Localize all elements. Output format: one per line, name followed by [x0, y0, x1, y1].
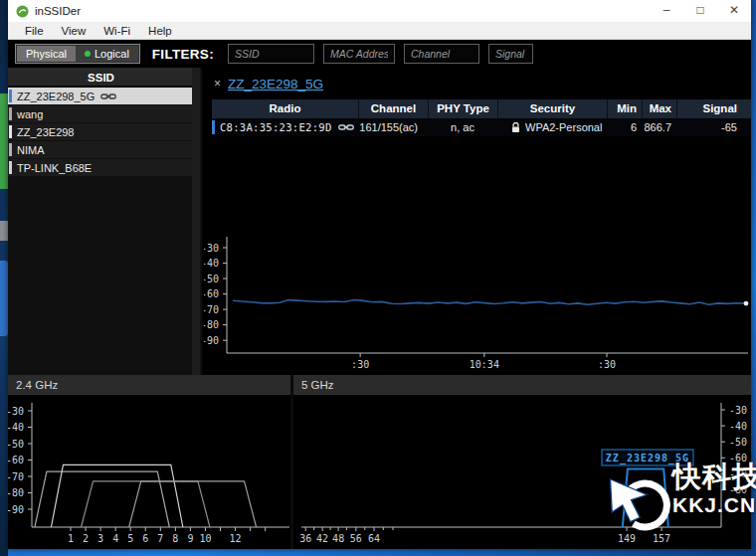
filter-bar: Physical Logical FILTERS:	[8, 40, 751, 68]
band-24ghz-panel: 2.4 GHz -30-40-50-60-70-80-9012345678910…	[8, 375, 293, 549]
svg-text:-50: -50	[729, 437, 747, 448]
desktop: { "window": { "title": "inSSIDer", "cont…	[0, 0, 756, 556]
svg-text:-90: -90	[8, 504, 24, 515]
menu-wifi[interactable]: Wi-Fi	[94, 25, 139, 37]
minimize-button[interactable]: –	[650, 0, 683, 22]
view-mode-toggle: Physical Logical	[15, 44, 140, 64]
svg-text:4: 4	[112, 533, 118, 544]
col-channel[interactable]: Channel	[358, 99, 428, 118]
ssid-name: TP-LINK_B68E	[17, 162, 92, 174]
tab-title[interactable]: ZZ_23E298_5G	[228, 77, 323, 92]
svg-text:42: 42	[316, 533, 328, 544]
svg-text:-80: -80	[8, 487, 24, 498]
svg-text:48: 48	[332, 533, 344, 544]
svg-text:12: 12	[230, 533, 242, 544]
filter-mac-input[interactable]	[323, 44, 395, 64]
link-icon	[338, 123, 354, 131]
window-title: inSSIDer	[35, 5, 650, 17]
physical-mode-button[interactable]: Physical	[17, 46, 76, 62]
svg-text:8: 8	[172, 533, 178, 544]
close-button[interactable]: ✕	[717, 0, 751, 22]
svg-text:-70: -70	[8, 471, 24, 482]
network-table: Radio Channel PHY Type Security Min Max …	[212, 99, 751, 136]
desktop-edge	[0, 0, 8, 556]
band-5ghz-header: 5 GHz	[293, 375, 751, 395]
radio-color-bar	[212, 120, 215, 134]
cell-channel: 161/155(ac)	[358, 121, 428, 133]
col-phy[interactable]: PHY Type	[428, 99, 497, 118]
svg-text:-30: -30	[8, 406, 24, 417]
col-radio[interactable]: Radio	[212, 99, 358, 118]
ssid-scrollbar[interactable]	[192, 68, 200, 375]
svg-text:36: 36	[299, 533, 311, 544]
svg-text:-30: -30	[204, 243, 219, 254]
tab-close-icon[interactable]: ×	[214, 77, 221, 91]
svg-text:7: 7	[157, 533, 163, 544]
svg-text:6: 6	[142, 533, 148, 544]
filter-signal-input[interactable]	[488, 44, 533, 64]
logical-active-dot	[85, 51, 91, 57]
kkj-logo-icon	[607, 456, 676, 541]
detail-tab[interactable]: × ZZ_23E298_5G	[204, 72, 323, 95]
svg-text:-30: -30	[729, 405, 747, 416]
menu-help[interactable]: Help	[139, 25, 181, 37]
desktop-icon-blue	[0, 261, 8, 336]
filter-ssid-input[interactable]	[228, 44, 314, 64]
table-row[interactable]: C8:3A:35:23:E2:9D 161/155(ac) n, ac	[212, 118, 751, 136]
svg-text:-40: -40	[204, 258, 219, 269]
menu-view[interactable]: View	[53, 25, 95, 37]
svg-text:1: 1	[68, 533, 74, 544]
ssid-name: ZZ_23E298	[17, 126, 74, 138]
menu-file[interactable]: File	[16, 25, 53, 37]
ssid-name: ZZ_23E298_5G	[17, 91, 94, 102]
svg-text:-60: -60	[8, 455, 24, 465]
maximize-button[interactable]: □	[683, 0, 717, 22]
col-security[interactable]: Security	[497, 99, 607, 118]
table-header: Radio Channel PHY Type Security Min Max …	[212, 99, 751, 118]
cell-max: 866.7	[642, 121, 676, 133]
svg-text:56: 56	[350, 533, 362, 544]
channel-chart-24ghz: -30-40-50-60-70-80-901234567891012	[8, 395, 293, 549]
svg-text:-90: -90	[204, 335, 219, 346]
svg-text:5: 5	[127, 533, 133, 544]
cell-signal: -65	[676, 121, 751, 133]
link-icon	[100, 93, 116, 100]
ssid-row[interactable]: ZZ_23E298	[8, 123, 194, 140]
svg-text::30: :30	[351, 359, 369, 370]
cell-security: WPA2-Personal	[497, 121, 607, 133]
svg-text:2: 2	[83, 533, 89, 544]
filter-channel-input[interactable]	[404, 44, 479, 64]
ssid-name: NIMA	[17, 144, 45, 156]
title-bar: inSSIDer – □ ✕	[8, 0, 751, 22]
band-24ghz-header: 2.4 GHz	[8, 375, 290, 395]
signal-color-bar	[9, 90, 12, 102]
svg-text:10: 10	[199, 533, 211, 544]
ssid-row[interactable]: TP-LINK_B68E	[8, 159, 194, 176]
watermark: 快科技 KKJ.CN	[607, 456, 756, 549]
col-signal[interactable]: Signal	[676, 99, 751, 118]
col-max[interactable]: Max	[642, 99, 676, 118]
ssid-list: ZZ_23E298_5GwangZZ_23E298NIMATP-LINK_B68…	[8, 88, 194, 176]
svg-text:-40: -40	[8, 422, 24, 433]
app-icon	[16, 5, 29, 18]
desktop-icon-green	[0, 93, 8, 189]
cell-phy: n, ac	[428, 121, 497, 133]
ssid-row[interactable]: ZZ_23E298_5G	[8, 88, 194, 104]
ssid-row[interactable]: NIMA	[8, 141, 194, 158]
signal-color-bar	[9, 107, 12, 120]
logical-mode-button[interactable]: Logical	[76, 46, 138, 62]
svg-text:-60: -60	[204, 288, 219, 299]
svg-text:9: 9	[187, 533, 193, 544]
svg-text:-50: -50	[8, 439, 24, 450]
signal-color-bar	[9, 143, 12, 156]
watermark-text: 快科技 KKJ.CN	[672, 460, 756, 517]
main-area: SSID ZZ_23E298_5GwangZZ_23E298NIMATP-LIN…	[8, 68, 751, 375]
ssid-column-header[interactable]: SSID	[8, 68, 194, 88]
col-min[interactable]: Min	[607, 99, 642, 118]
svg-text:10:34: 10:34	[470, 359, 499, 370]
ssid-row[interactable]: wang	[8, 105, 194, 122]
ssid-name: wang	[17, 108, 43, 120]
filters-label: FILTERS:	[152, 47, 214, 62]
signal-color-bar	[9, 125, 12, 138]
network-detail-panel: × ZZ_23E298_5G Radio Channel PHY Type Se…	[204, 68, 751, 375]
